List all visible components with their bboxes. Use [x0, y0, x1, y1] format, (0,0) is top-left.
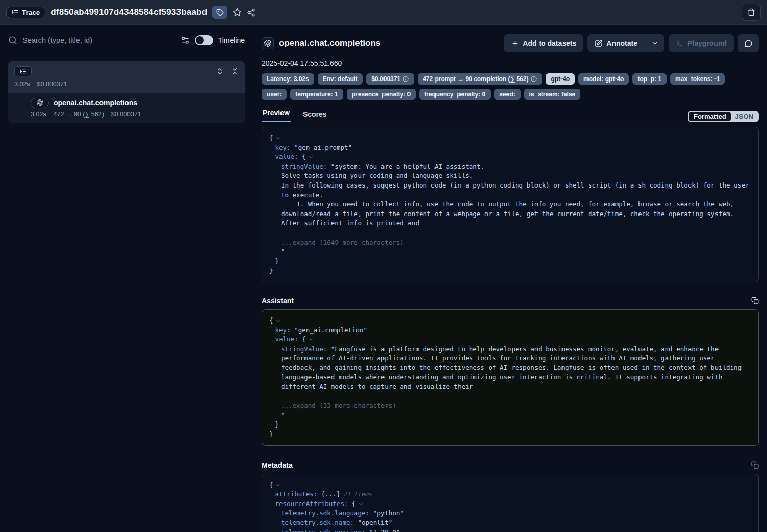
copy-metadata-button[interactable]	[751, 461, 759, 469]
plus-icon	[511, 40, 519, 47]
observation-detail-panel: openai.chat.completions Add to datasets …	[253, 25, 767, 532]
trace-tree-root[interactable]: 3.02s $0.000371	[8, 61, 245, 93]
code-token: "openlit"	[354, 519, 392, 526]
openai-icon	[264, 40, 271, 47]
annotate-dropdown-button[interactable]	[645, 34, 664, 52]
observation-item[interactable]: openai.chat.completions 3.02s 472 → 90 (…	[8, 93, 245, 123]
edit-pencil-icon	[595, 40, 602, 47]
tab-preview[interactable]: Preview	[262, 107, 291, 122]
code-token: stringValue:	[281, 345, 327, 353]
code-token: }	[275, 420, 279, 428]
meta-badge: is_stream: false	[524, 89, 581, 100]
code-line: "	[269, 247, 751, 257]
unfold-vertical-icon[interactable]	[216, 67, 224, 75]
code-line: ...expand (1649 more characters)	[269, 238, 751, 248]
tab-scores[interactable]: Scores	[302, 108, 328, 122]
chevron-down-icon	[651, 40, 658, 47]
code-line: key: "gen_ai.prompt"	[269, 143, 751, 153]
share-icon	[247, 8, 255, 17]
collapse-chevron-icon[interactable]	[276, 136, 279, 140]
delete-trace-button[interactable]	[742, 4, 761, 21]
top-bar: Trace df850ab499107d4348584cf5933baabd	[0, 0, 767, 25]
generation-badge	[31, 98, 49, 108]
code-line: {	[269, 134, 751, 143]
meta-badge: frequency_penalty: 0	[419, 89, 491, 100]
timeline-label: Timeline	[218, 36, 245, 44]
annotate-button[interactable]: Annotate	[587, 34, 645, 52]
collapse-chevron-icon[interactable]	[276, 483, 279, 486]
code-line: In the following cases, suggest python c…	[269, 181, 751, 200]
trash-icon	[747, 8, 755, 16]
prompt-json-block: {key: "gen_ai.prompt"value: {stringValue…	[262, 127, 759, 282]
star-button[interactable]	[233, 8, 242, 17]
assistant-json-block: {key: "gen_ai.completion"value: {stringV…	[262, 309, 759, 446]
code-line: stringValue: "Langfuse is a platform des…	[269, 344, 751, 392]
trace-latency: 3.02s	[14, 81, 30, 88]
comment-bubble-icon	[744, 39, 753, 48]
trace-tree: 3.02s $0.000371 openai.chat.completions …	[8, 61, 245, 123]
code-token: "1.29.0"	[366, 528, 400, 532]
tag-button[interactable]	[212, 6, 227, 19]
collapse-chevron-icon[interactable]	[359, 501, 363, 505]
collapse-chevron-icon[interactable]	[276, 318, 279, 322]
filter-settings-icon[interactable]	[181, 36, 190, 45]
code-token: 21 Items	[340, 491, 372, 498]
code-token: {	[298, 335, 306, 343]
observation-name: openai.chat.completions	[54, 99, 137, 107]
collapse-chevron-icon[interactable]	[309, 155, 313, 158]
code-token: "python"	[369, 509, 404, 517]
copy-assistant-button[interactable]	[751, 297, 759, 304]
tabs: Preview Scores Formatted JSON	[262, 107, 759, 122]
code-line: attributes: {...} 21 Items	[269, 490, 751, 499]
collapse-chevron-icon[interactable]	[309, 337, 313, 341]
code-token: key:	[275, 326, 291, 334]
code-token: {	[269, 134, 273, 142]
star-icon	[233, 8, 242, 17]
code-line: ...expand (33 more characters)	[269, 401, 751, 411]
format-option-json[interactable]: JSON	[731, 112, 758, 121]
code-token: }	[269, 430, 273, 438]
code-line: value: {	[269, 152, 751, 162]
code-line: {	[269, 481, 751, 490]
tag-icon	[216, 9, 224, 16]
trace-badge-label: Trace	[22, 9, 40, 16]
list-tree-icon	[20, 68, 27, 75]
code-token: }	[275, 257, 279, 265]
fold-vertical-icon[interactable]	[231, 67, 239, 75]
code-token: telemetry.sdk.name:	[281, 519, 354, 526]
code-line: }	[269, 420, 751, 430]
trace-sidebar: Timeline 3.02s $0.000371 openai.chat.com…	[0, 25, 253, 532]
code-token: resourceAttributes:	[275, 500, 348, 508]
code-token: "	[281, 248, 285, 255]
trace-cost: $0.000371	[37, 81, 67, 88]
code-token: In the following cases, suggest python c…	[281, 181, 753, 199]
meta-badge: presence_penalty: 0	[347, 89, 416, 100]
search-input[interactable]	[22, 36, 175, 44]
code-line: telemetry.sdk.name: "openlit"	[269, 518, 751, 528]
trace-node-badge	[14, 66, 32, 76]
format-option-formatted[interactable]: Formatted	[689, 112, 731, 121]
timeline-toggle[interactable]	[195, 35, 213, 45]
share-button[interactable]	[247, 8, 255, 17]
expand-link[interactable]: ...expand (1649 more characters)	[281, 238, 404, 246]
expand-link[interactable]: ...expand (33 more characters)	[281, 402, 396, 409]
playground-button[interactable]: Playground	[669, 34, 734, 52]
code-token: telemetry.sdk.language:	[281, 509, 369, 517]
add-to-datasets-button[interactable]: Add to datasets	[504, 34, 583, 52]
code-token: stringValue:	[281, 163, 327, 170]
code-line: 1. When you need to collect info, use th…	[269, 200, 751, 228]
observation-tokens: 472 → 90 (∑ 562)	[54, 111, 104, 118]
tree-indent-guide	[29, 93, 29, 123]
comments-button[interactable]	[738, 34, 759, 52]
code-line: {	[269, 316, 751, 326]
code-token: Solve tasks using your coding and langua…	[281, 172, 473, 179]
code-line: }	[269, 257, 751, 267]
observation-cost: $0.000371	[111, 111, 141, 118]
code-token: "gen_ai.completion"	[291, 326, 368, 334]
trace-type-badge: Trace	[6, 7, 45, 18]
code-line: Solve tasks using your coding and langua…	[269, 171, 751, 181]
code-line: }	[269, 430, 751, 439]
code-token: "	[281, 411, 285, 419]
code-line: telemetry.sdk.language: "python"	[269, 509, 751, 518]
code-token: {...}	[317, 490, 340, 498]
